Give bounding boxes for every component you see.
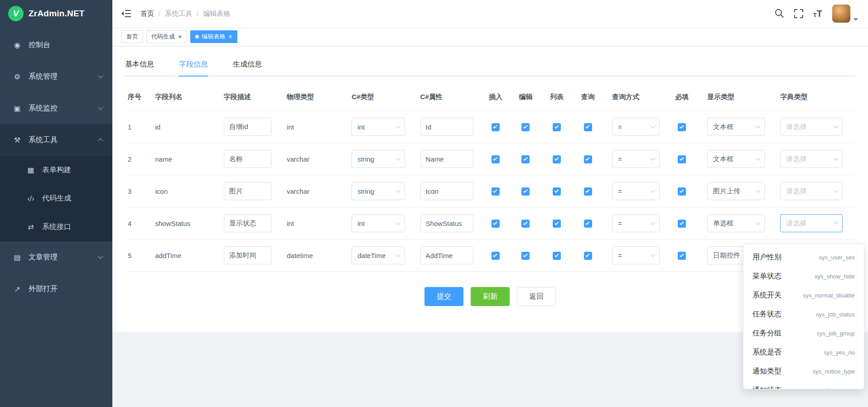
dict-type-select[interactable]: 请选择 bbox=[780, 214, 843, 232]
query-checkbox[interactable] bbox=[584, 220, 592, 228]
csharp-attr-input[interactable] bbox=[420, 150, 473, 168]
required-checkbox[interactable] bbox=[678, 220, 686, 228]
display-type-select[interactable]: 文本框 bbox=[707, 150, 765, 168]
csharp-attr-input[interactable] bbox=[420, 118, 473, 136]
search-icon[interactable] bbox=[774, 8, 784, 18]
insert-checkbox[interactable] bbox=[492, 220, 500, 228]
sidebar-subitem-1[interactable]: ‹/›代码生成 bbox=[0, 184, 112, 213]
tags-view: 首页代码生成×编辑表格× bbox=[112, 27, 868, 46]
sidebar-item-2[interactable]: ▣系统监控 bbox=[0, 92, 112, 124]
list-checkbox[interactable] bbox=[553, 155, 561, 163]
user-avatar[interactable] bbox=[832, 5, 850, 23]
column-header: 字段列名 bbox=[153, 84, 221, 111]
required-checkbox[interactable] bbox=[678, 187, 686, 196]
table-row: 2namevarcharstring=文本框请选择 bbox=[125, 143, 855, 175]
dropdown-option[interactable]: 通知状态sys_notice_status bbox=[743, 381, 864, 389]
query-checkbox[interactable] bbox=[584, 155, 592, 163]
column-desc-input[interactable] bbox=[224, 150, 271, 168]
column-header: 必填 bbox=[672, 84, 704, 111]
list-checkbox[interactable] bbox=[553, 187, 561, 196]
back-button[interactable]: 返回 bbox=[517, 287, 556, 306]
dropdown-option[interactable]: 通知类型sys_notice_type bbox=[743, 362, 864, 381]
cell-db-type: datetime bbox=[284, 239, 349, 272]
display-type-select[interactable]: 单选框 bbox=[707, 214, 765, 232]
edit-checkbox[interactable] bbox=[521, 252, 530, 260]
csharp-type-select[interactable]: string bbox=[352, 182, 405, 200]
dropdown-option[interactable]: 任务状态sys_job_status bbox=[743, 305, 864, 324]
edit-checkbox[interactable] bbox=[521, 220, 530, 228]
tag-0[interactable]: 首页 bbox=[121, 30, 143, 43]
query-checkbox[interactable] bbox=[584, 123, 592, 131]
tag-1[interactable]: 代码生成× bbox=[146, 30, 187, 43]
required-checkbox[interactable] bbox=[678, 155, 686, 163]
csharp-type-select[interactable]: dateTime bbox=[352, 246, 405, 264]
submit-button[interactable]: 提交 bbox=[424, 287, 463, 306]
chevron-down-icon bbox=[395, 252, 400, 257]
tag-2[interactable]: 编辑表格× bbox=[190, 30, 237, 43]
insert-checkbox[interactable] bbox=[492, 252, 500, 260]
insert-checkbox[interactable] bbox=[492, 123, 500, 131]
user-menu[interactable] bbox=[832, 5, 858, 23]
csharp-type-select[interactable]: string bbox=[352, 150, 405, 168]
csharp-type-select[interactable]: int bbox=[352, 118, 405, 136]
breadcrumb-separator: / bbox=[159, 10, 160, 18]
app-logo[interactable]: V ZrAdmin.NET bbox=[0, 0, 112, 27]
column-desc-input[interactable] bbox=[224, 214, 271, 232]
query-mode-select[interactable]: = bbox=[612, 118, 660, 136]
insert-checkbox[interactable] bbox=[492, 187, 500, 196]
list-checkbox[interactable] bbox=[553, 123, 561, 131]
dropdown-option[interactable]: 菜单状态sys_show_hide bbox=[743, 267, 864, 286]
list-checkbox[interactable] bbox=[553, 252, 561, 260]
edit-checkbox[interactable] bbox=[521, 123, 530, 131]
column-desc-input[interactable] bbox=[224, 118, 271, 136]
required-checkbox[interactable] bbox=[678, 252, 686, 260]
table-header-row: 序号字段列名字段描述物理类型C#类型C#属性插入编辑列表查询查询方式必填显示类型… bbox=[125, 84, 855, 111]
tab-0[interactable]: 基本信息 bbox=[125, 53, 154, 76]
required-checkbox[interactable] bbox=[678, 123, 686, 131]
sidebar-item-5[interactable]: ↗外部打开 bbox=[0, 273, 112, 305]
csharp-attr-input[interactable] bbox=[420, 246, 473, 264]
column-desc-input[interactable] bbox=[224, 246, 271, 264]
dropdown-option[interactable]: 系统是否sys_yes_no bbox=[743, 343, 864, 362]
list-checkbox[interactable] bbox=[553, 220, 561, 228]
csharp-type-select[interactable]: int bbox=[352, 214, 405, 232]
sidebar-item-3[interactable]: ⚒系统工具 bbox=[0, 124, 112, 156]
query-mode-select[interactable]: = bbox=[612, 214, 660, 232]
tab-1[interactable]: 字段信息 bbox=[179, 53, 208, 76]
insert-checkbox[interactable] bbox=[492, 155, 500, 163]
refresh-button[interactable]: 刷新 bbox=[471, 287, 510, 306]
edit-checkbox[interactable] bbox=[521, 155, 530, 163]
display-type-select[interactable]: 文本框 bbox=[707, 118, 765, 136]
csharp-attr-input[interactable] bbox=[420, 182, 473, 200]
tab-2[interactable]: 生成信息 bbox=[233, 53, 262, 76]
close-icon[interactable]: × bbox=[178, 34, 182, 40]
query-mode-select[interactable]: = bbox=[612, 182, 660, 200]
breadcrumb-item[interactable]: 系统工具 bbox=[165, 10, 192, 18]
query-mode-select[interactable]: = bbox=[612, 150, 660, 168]
dict-type-select[interactable]: 请选择 bbox=[780, 118, 843, 136]
sidebar-toggle-icon[interactable] bbox=[121, 9, 131, 18]
dict-type-select[interactable]: 请选择 bbox=[780, 182, 843, 200]
csharp-attr-input[interactable] bbox=[420, 214, 473, 232]
query-checkbox[interactable] bbox=[584, 187, 592, 196]
dropdown-option[interactable]: 系统开关sys_normal_disable bbox=[743, 286, 864, 305]
query-mode-select[interactable]: = bbox=[612, 246, 660, 264]
query-checkbox[interactable] bbox=[584, 252, 592, 260]
dropdown-option[interactable]: 用户性别sys_user_sex bbox=[743, 248, 864, 267]
close-icon[interactable]: × bbox=[228, 34, 232, 40]
breadcrumb-item[interactable]: 首页 bbox=[140, 10, 154, 18]
column-desc-input[interactable] bbox=[224, 182, 271, 200]
fullscreen-icon[interactable] bbox=[794, 9, 803, 18]
sidebar-item-1[interactable]: ⚙系统管理 bbox=[0, 61, 112, 92]
submenu: ▦表单构建‹/›代码生成⇄系统接口 bbox=[0, 156, 112, 241]
display-type-select[interactable]: 图片上传 bbox=[707, 182, 765, 200]
sidebar-subitem-0[interactable]: ▦表单构建 bbox=[0, 156, 112, 184]
sidebar-item-4[interactable]: ▤文章管理 bbox=[0, 241, 112, 273]
cell-index: 2 bbox=[125, 143, 153, 175]
edit-checkbox[interactable] bbox=[521, 187, 530, 196]
sidebar-item-0[interactable]: ◉控制台 bbox=[0, 29, 112, 61]
font-size-icon[interactable]: TT bbox=[813, 9, 822, 18]
sidebar-subitem-2[interactable]: ⇄系统接口 bbox=[0, 213, 112, 241]
dict-type-select[interactable]: 请选择 bbox=[780, 150, 843, 168]
dropdown-option[interactable]: 任务分组sys_job_group bbox=[743, 324, 864, 343]
